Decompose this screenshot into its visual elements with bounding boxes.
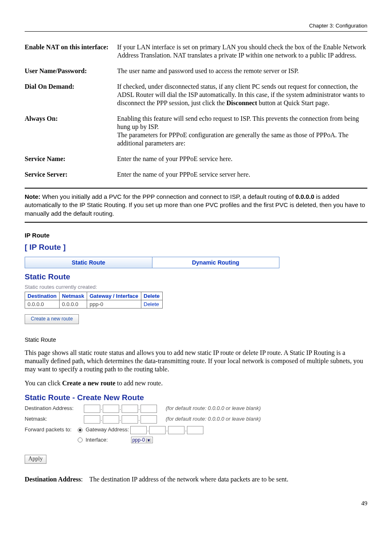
delete-route-link[interactable]: Delete: [141, 300, 162, 308]
static-route-paragraph-1: This page shows all static route status …: [25, 349, 367, 373]
def-row: User Name/Password:The user name and pas…: [25, 67, 367, 83]
col-destination: Destination: [25, 292, 60, 300]
label-interface: Interface:: [85, 437, 129, 443]
col-delete: Delete: [141, 292, 162, 300]
mask-octet-3[interactable]: [122, 415, 138, 424]
route-row: 0.0.0.0 0.0.0.0 ppp-0 Delete: [25, 300, 163, 308]
def-term: Dial On Demand:: [25, 83, 117, 115]
mask-octet-2[interactable]: [103, 415, 119, 424]
routes-table: Destination Netmask Gateway / Interface …: [25, 292, 163, 309]
label-destination-address: Destination Address:: [25, 405, 82, 411]
def-term: Always On:: [25, 115, 117, 155]
note-rule-bottom: [25, 222, 367, 223]
def-row: Service Name:Enter the name of your PPPo…: [25, 155, 367, 170]
label-netmask: Netmask:: [25, 416, 82, 422]
dest-octet-1[interactable]: [84, 405, 100, 413]
page-header: Chapter 3: Configuration: [25, 23, 367, 31]
mask-octet-4[interactable]: [141, 415, 157, 424]
def-term: Service Server:: [25, 170, 117, 186]
cell-destination: 0.0.0.0: [25, 300, 60, 308]
def-row: Service Server:Enter the name of your PP…: [25, 170, 367, 186]
dest-hint: (for default route: 0.0.0.0 or leave bla…: [166, 405, 261, 411]
note-rule-top: [25, 188, 367, 189]
def-row: Enable NAT on this interface:If your LAN…: [25, 43, 367, 67]
static-route-subheading: Static Route: [25, 272, 367, 281]
gw-octet-3[interactable]: [168, 426, 184, 434]
def-row: Dial On Demand:If checked, under disconn…: [25, 83, 367, 115]
def-term: User Name/Password:: [25, 67, 117, 83]
static-route-paragraph-2: You can click Create a new route to add …: [25, 379, 367, 387]
radio-interface[interactable]: [78, 438, 83, 442]
routes-caption: Static routes currently created:: [25, 284, 367, 290]
mask-hint: (for default route: 0.0.0.0 or leave bla…: [166, 416, 261, 422]
header-rule: [25, 31, 367, 32]
destination-address-definition: Destination Address: The destination IP …: [25, 475, 367, 484]
gw-octet-2[interactable]: [149, 426, 166, 434]
create-route-form: Destination Address: ... (for default ro…: [25, 405, 367, 464]
def-term: Enable NAT on this interface:: [25, 43, 117, 67]
cell-gateway: ppp-0: [87, 300, 141, 308]
definitions-table: Enable NAT on this interface:If your LAN…: [25, 43, 367, 186]
tab-static-route[interactable]: Static Route: [25, 257, 152, 268]
mask-octet-1[interactable]: [84, 415, 100, 424]
def-desc: Enter the name of your PPPoE service her…: [117, 155, 367, 170]
create-new-route-button[interactable]: Create a new route: [25, 314, 79, 324]
label-forward-packets: Forward packets to:: [25, 426, 76, 433]
interface-select[interactable]: ppp-0▼: [131, 437, 153, 443]
gw-octet-4[interactable]: [187, 426, 203, 434]
gw-octet-1[interactable]: [130, 426, 147, 434]
note-text: When you initially add a PVC for the PPP…: [25, 193, 365, 217]
note-label: Note:: [25, 193, 40, 200]
static-route-title: Static Route: [25, 336, 367, 343]
apply-button[interactable]: Apply: [25, 455, 46, 464]
tab-dynamic-routing[interactable]: Dynamic Routing: [152, 257, 279, 268]
chevron-down-icon: ▼: [146, 438, 152, 442]
def-term: Service Name:: [25, 155, 117, 170]
ip-route-heading: [ IP Route ]: [25, 243, 367, 252]
def-row: Always On:Enabling this feature will sen…: [25, 115, 367, 155]
section-ip-route: IP Route: [25, 232, 367, 239]
radio-gateway[interactable]: [78, 428, 83, 433]
tab-bar: Static Route Dynamic Routing: [25, 257, 279, 268]
dest-octet-4[interactable]: [141, 405, 157, 413]
def-desc: The user name and password used to acces…: [117, 67, 367, 83]
create-new-route-heading: Static Route - Create New Route: [25, 393, 367, 402]
dest-octet-2[interactable]: [103, 405, 119, 413]
dest-octet-3[interactable]: [122, 405, 138, 413]
def-desc: If your LAN interface is set on primary …: [117, 43, 367, 67]
def-desc: Enter the name of your PPPoE service ser…: [117, 170, 367, 186]
cell-netmask: 0.0.0.0: [59, 300, 87, 308]
label-gateway-address: Gateway Address:: [85, 426, 129, 433]
def-desc: If checked, under disconnected status, i…: [117, 83, 367, 115]
note-block: Note: When you initially add a PVC for t…: [25, 190, 367, 220]
page-number: 49: [25, 500, 367, 507]
col-gateway: Gateway / Interface: [87, 292, 141, 300]
col-netmask: Netmask: [59, 292, 87, 300]
def-desc: Enabling this feature will send echo req…: [117, 115, 367, 155]
